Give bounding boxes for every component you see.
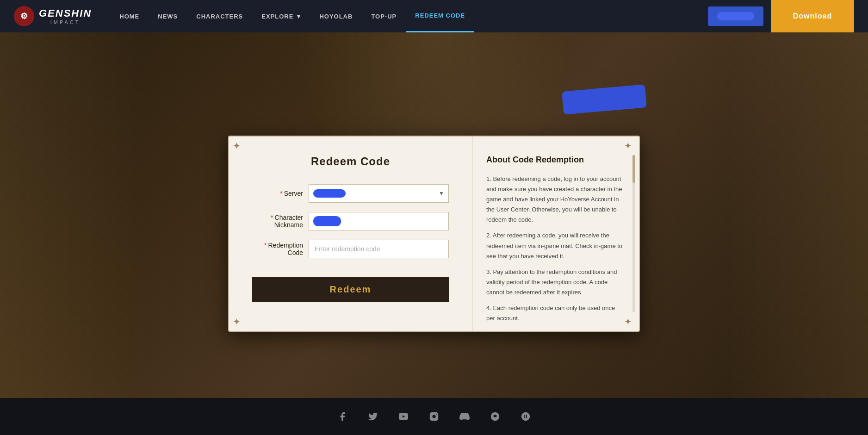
scrollbar-track[interactable] [632,155,635,312]
navbar: ⚙ Genshin IMPACT HOME NEWS CHARACTERS EX… [0,0,868,32]
redemption-code-input[interactable] [309,240,449,258]
server-select[interactable]: Asia America Europe TW/HK/MO [309,184,449,203]
about-point-4: 4. Each redemption code can only be used… [486,303,625,323]
redemption-code-row: *RedemptionCode [252,240,449,258]
svg-point-4 [493,416,494,416]
chevron-down-icon: ▾ [297,13,301,20]
svg-point-5 [496,416,497,416]
corner-tl: ✦ [233,140,244,151]
nickname-input-wrapper [309,212,449,230]
bg-left [0,32,139,435]
nav-topup[interactable]: TOP-UP [362,0,406,32]
nav-explore[interactable]: EXPLORE ▾ [252,0,310,32]
server-label: *Server [252,190,303,197]
logo-text: Genshin IMPACT [39,7,92,25]
redeem-button[interactable]: Redeem [252,277,449,302]
about-title: About Code Redemption [486,155,625,165]
user-avatar-scribble [717,12,754,20]
about-point-1: 1. Before redeeming a code, log in to yo… [486,174,625,225]
character-nickname-input[interactable] [309,212,449,230]
about-text: 1. Before redeeming a code, log in to yo… [486,174,625,323]
social-youtube[interactable] [395,408,412,425]
modal-form-panel: Redeem Code *Server Asia America Europe … [229,137,472,331]
character-nickname-label: *CharacterNickname [252,214,303,229]
nav-home[interactable]: HOME [110,0,149,32]
logo[interactable]: ⚙ Genshin IMPACT [14,6,92,26]
redemption-code-label: *RedemptionCode [252,242,303,256]
bg-right [729,32,868,435]
server-select-wrapper: Asia America Europe TW/HK/MO ▼ [309,184,449,203]
logo-main: Genshin [39,7,92,19]
user-avatar-button[interactable] [708,6,763,26]
social-hoyolab[interactable] [517,408,534,425]
nickname-row: *CharacterNickname [252,212,449,230]
nav-news[interactable]: NEWS [149,0,187,32]
social-facebook[interactable] [334,408,351,425]
redeem-modal: ✦ ✦ ✦ ✦ Redeem Code *Server Asia America… [228,136,640,332]
footer [0,398,868,435]
social-instagram[interactable] [426,408,442,425]
nav-characters[interactable]: CHARACTERS [187,0,252,32]
social-twitter[interactable] [365,408,381,425]
social-reddit[interactable] [487,408,503,425]
nav-right: Download [708,0,854,32]
corner-bl: ✦ [233,316,244,327]
hero-section: ✦ ✦ ✦ ✦ Redeem Code *Server Asia America… [0,32,868,435]
about-point-3: 3. Pay attention to the redemption condi… [486,267,625,298]
about-point-2: 2. After redeeming a code, you will rece… [486,230,625,261]
logo-icon: ⚙ [14,6,34,26]
scrollbar-thumb [632,155,635,183]
nav-hoyolab[interactable]: HoYoLAB [310,0,362,32]
nav-links: HOME NEWS CHARACTERS EXPLORE ▾ HoYoLAB T… [110,0,708,32]
modal-about-panel: About Code Redemption 1. Before redeemin… [472,137,639,331]
nav-redeemcode[interactable]: REDEEM CODE [406,0,474,32]
server-row: *Server Asia America Europe TW/HK/MO ▼ [252,184,449,203]
download-button[interactable]: Download [771,0,854,32]
social-discord[interactable] [456,408,473,425]
user-profile-scribble [562,84,647,114]
logo-sub: IMPACT [39,19,92,25]
modal-title: Redeem Code [252,155,449,168]
